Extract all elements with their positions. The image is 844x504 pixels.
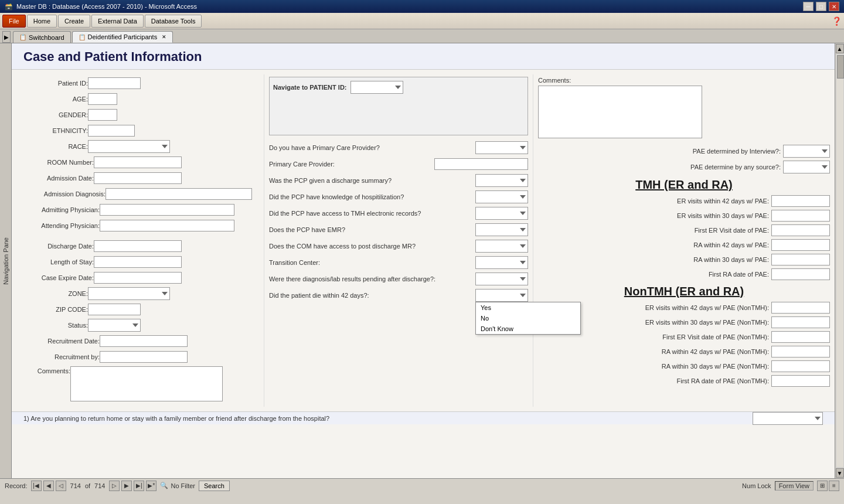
tmh-ra-30-row: RA within 30 days w/ PAE: (538, 254, 830, 265)
next-record-btn[interactable]: ▶ (121, 481, 132, 491)
admitting-phys-label: Admitting Physician: (23, 206, 100, 213)
external-data-tab[interactable]: External Data (91, 15, 144, 28)
q-com-access-select[interactable] (475, 240, 528, 253)
q-pcp-emr-select[interactable] (475, 223, 528, 236)
los-row: Length of Stay: (23, 256, 259, 268)
nav-pane-toggle[interactable]: ▶ (2, 31, 11, 43)
nontmh-first-ra-input[interactable] (771, 375, 830, 387)
admitting-phys-input[interactable] (100, 204, 234, 216)
layout-view-btn[interactable]: ⊞ (817, 481, 828, 491)
scroll-track (836, 54, 844, 468)
last-record-btn[interactable]: ▶| (134, 481, 144, 491)
nontmh-er-30-input[interactable] (771, 316, 830, 328)
bottom-question-select[interactable] (753, 412, 823, 425)
search-button[interactable]: Search (199, 481, 230, 491)
attending-phys-input[interactable] (100, 220, 234, 231)
pae-source-row: PAE determine by any source?: (538, 161, 830, 173)
gender-input[interactable] (88, 109, 117, 121)
gender-row: GENDER: (23, 108, 259, 121)
first-record-btn[interactable]: |◀ (31, 481, 42, 491)
dropdown-option-yes[interactable]: Yes (476, 302, 580, 313)
mid-column: Navigate to PATIENT ID: Do you have a Pr… (264, 74, 533, 407)
discharge-date-label: Discharge Date: (23, 243, 94, 250)
expire-date-input[interactable] (94, 272, 182, 284)
age-input[interactable] (88, 93, 117, 105)
ethnicity-input[interactable] (88, 125, 135, 137)
pae-interview-select[interactable] (783, 145, 830, 158)
new-record-btn[interactable]: ▶* (146, 481, 156, 491)
view-controls: ⊞ ≡ (817, 481, 839, 491)
tmh-first-er-label: First ER Visit date of PAE: (617, 227, 769, 234)
dropdown-option-no[interactable]: No (476, 313, 580, 323)
minimize-button[interactable]: ─ (803, 2, 814, 11)
q-pending-select[interactable] (475, 273, 528, 285)
tmh-er-42-input[interactable] (771, 195, 830, 207)
nontmh-ra-42-label: RA within 42 days w/ PAE (NonTMH): (617, 348, 769, 355)
home-tab[interactable]: Home (27, 15, 57, 28)
prev-record-btn[interactable]: ◀ (43, 481, 54, 491)
file-tab[interactable]: File (2, 15, 26, 28)
pae-source-select[interactable] (783, 161, 830, 173)
close-button[interactable]: ✕ (829, 2, 839, 11)
right-comments-textarea[interactable] (538, 86, 702, 138)
q-pcp-name-input[interactable] (434, 158, 528, 170)
q-primary-care-select[interactable] (475, 141, 528, 154)
recruitment-date-label: Recruitment Date: (23, 338, 100, 345)
q-com-access-row: Does the COM have access to post dischar… (269, 240, 528, 253)
race-select[interactable] (88, 140, 170, 153)
q-emr-access-select[interactable] (475, 207, 528, 220)
nontmh-ra-30-input[interactable] (771, 360, 830, 372)
next-page-btn[interactable]: ▷ (109, 481, 120, 491)
admission-dx-row: Admission Diagnosis: (23, 188, 259, 200)
prev-page-btn[interactable]: ◁ (56, 481, 66, 491)
discharge-date-input[interactable] (94, 240, 182, 252)
recruitment-date-input[interactable] (100, 335, 188, 347)
nontmh-ra-42-input[interactable] (771, 346, 830, 357)
scrollbar[interactable]: ▲ ▼ (835, 43, 844, 478)
q-discharge-summary-label: Was the PCP given a discharge summary? (269, 176, 475, 185)
ethnicity-row: ETHNICITY: (23, 124, 259, 137)
close-tab-icon[interactable]: ✕ (162, 34, 166, 40)
q-knowledge-select[interactable] (475, 190, 528, 203)
zip-input[interactable] (88, 304, 141, 315)
admission-date-input[interactable] (94, 172, 182, 184)
database-tools-tab[interactable]: Database Tools (145, 15, 202, 28)
navigate-select[interactable] (350, 81, 403, 94)
q-emr-access-label: Did the PCP have access to TMH electroni… (269, 209, 475, 217)
scroll-up-button[interactable]: ▲ (836, 44, 844, 53)
title-text: Master DB : Database (Access 2007 - 2010… (16, 3, 197, 10)
navigation-pane[interactable]: Navigation Pane (0, 43, 12, 478)
room-input[interactable] (94, 156, 182, 168)
tmh-er-30-input[interactable] (771, 210, 830, 222)
create-tab[interactable]: Create (58, 15, 90, 28)
restore-button[interactable]: □ (816, 2, 826, 11)
q-die-select[interactable]: Yes No Don't Know (475, 289, 528, 302)
los-input[interactable] (94, 256, 182, 268)
tmh-ra-30-input[interactable] (771, 254, 830, 265)
tmh-first-er-input[interactable] (771, 224, 830, 236)
scroll-down-button[interactable]: ▼ (836, 468, 844, 478)
scroll-thumb[interactable] (837, 55, 844, 79)
tmh-er-30-label: ER visits within 30 days w/ PAE: (617, 212, 769, 219)
recruitment-by-input[interactable] (100, 351, 188, 363)
nontmh-first-er-input[interactable] (771, 331, 830, 343)
tab-deidentified[interactable]: 📋 Deidentified Participants ✕ (72, 31, 173, 43)
nontmh-er-42-input[interactable] (771, 302, 830, 314)
status-label: Status: (23, 322, 88, 329)
status-select[interactable] (88, 319, 141, 332)
patient-id-row: Patient ID: (23, 77, 259, 90)
q-transition-select[interactable] (475, 256, 528, 269)
tab-switchboard[interactable]: 📋 Switchboard (13, 31, 71, 43)
gender-label: GENDER: (23, 111, 88, 118)
tmh-first-ra-input[interactable] (771, 268, 830, 280)
patient-id-input[interactable] (88, 77, 141, 89)
zone-select[interactable] (88, 287, 170, 300)
tmh-ra-42-input[interactable] (771, 239, 830, 251)
admission-dx-input[interactable] (106, 188, 252, 200)
tmh-ra-30-label: RA within 30 days w/ PAE: (617, 256, 769, 263)
left-comments-textarea[interactable] (70, 366, 223, 401)
q-discharge-summary-select[interactable] (475, 174, 528, 187)
datasheet-view-btn[interactable]: ≡ (829, 481, 839, 491)
dropdown-option-dontknow[interactable]: Don't Know (476, 323, 580, 334)
q-pcp-emr-label: Does the PCP have EMR? (269, 226, 475, 234)
